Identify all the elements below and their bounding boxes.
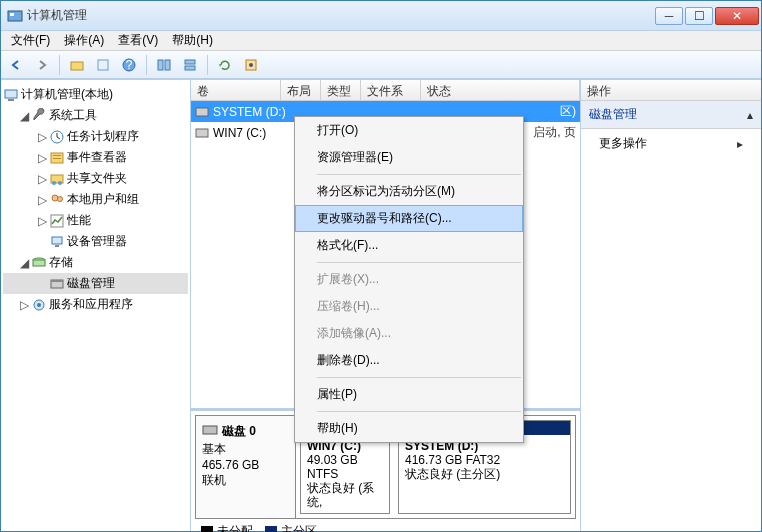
tree-item-scheduler[interactable]: ▷任务计划程序 [3,126,188,147]
tool-folder[interactable] [66,54,88,76]
partition-size: 49.03 GB NTFS [307,453,358,481]
legend: 未分配 主分区 [195,519,576,532]
tree-item-users[interactable]: ▷本地用户和组 [3,189,188,210]
col-volume[interactable]: 卷 [191,80,281,100]
legend-item: 未分配 [201,523,253,532]
chevron-right-icon: ▸ [737,137,743,151]
cm-explorer[interactable]: 资源管理器(E) [295,144,523,171]
tool-view2[interactable] [179,54,201,76]
collapse-icon[interactable]: ◢ [19,256,29,270]
svg-rect-9 [185,66,195,70]
partition-size: 416.73 GB FAT32 [405,453,500,467]
tool-view1[interactable] [153,54,175,76]
swatch-black [201,526,213,532]
tree-root[interactable]: 计算机管理(本地) [3,84,188,105]
titlebar-left: 计算机管理 [7,7,87,24]
legend-item: 主分区 [265,523,317,532]
cm-delete[interactable]: 删除卷(D)... [295,347,523,374]
expand-icon[interactable]: ▷ [37,151,47,165]
tree-item-diskmgmt[interactable]: ▷磁盘管理 [3,273,188,294]
tree-item-devicemgr[interactable]: ▷设备管理器 [3,231,188,252]
col-status[interactable]: 状态 [421,80,580,100]
titlebar[interactable]: 计算机管理 ─ ☐ ✕ [1,1,761,31]
col-type[interactable]: 类型 [321,80,361,100]
actions-more[interactable]: 更多操作 ▸ [581,129,761,158]
tool-properties[interactable] [92,54,114,76]
actions-header: 操作 [581,80,761,101]
disk-type: 基本 [202,441,289,458]
svg-rect-27 [33,260,45,266]
menubar: 文件(F) 操作(A) 查看(V) 帮助(H) [1,31,761,51]
tree-item-shared[interactable]: ▷共享文件夹 [3,168,188,189]
toolbar-separator [59,55,60,75]
disk-icon [49,276,65,292]
tree-node-services[interactable]: ▷ 服务和应用程序 [3,294,188,315]
svg-point-19 [52,181,56,185]
cm-properties[interactable]: 属性(P) [295,381,523,408]
tool-help[interactable]: ? [118,54,140,76]
partition-body: WIN7 (C:) 49.03 GB NTFS 状态良好 (系统, [301,435,389,513]
forward-button[interactable] [31,54,53,76]
volume-icon [195,105,209,119]
svg-rect-2 [71,62,83,70]
cm-separator [317,174,521,175]
cm-help[interactable]: 帮助(H) [295,415,523,442]
expand-icon[interactable]: ▷ [37,130,47,144]
svg-rect-1 [10,13,14,16]
svg-point-31 [37,303,41,307]
menu-action[interactable]: 操作(A) [58,30,110,51]
tree-panel: 计算机管理(本地) ◢ 系统工具 ▷任务计划程序 ▷事件查看器 ▷共享文件夹 ▷… [1,80,191,531]
swatch-blue [265,526,277,532]
cm-format[interactable]: 格式化(F)... [295,232,523,259]
menu-file[interactable]: 文件(F) [5,30,56,51]
computer-icon [3,87,19,103]
collapse-icon[interactable]: ◢ [19,109,29,123]
back-button[interactable] [5,54,27,76]
actions-section[interactable]: 磁盘管理 ▴ [581,101,761,129]
cm-open[interactable]: 打开(O) [295,117,523,144]
svg-point-21 [52,195,58,201]
expand-icon[interactable]: ▷ [19,298,29,312]
storage-icon [31,255,47,271]
actions-panel: 操作 磁盘管理 ▴ 更多操作 ▸ [581,80,761,531]
svg-rect-8 [185,60,195,64]
cm-mark-active[interactable]: 将分区标记为活动分区(M) [295,178,523,205]
tree-node-storage[interactable]: ◢ 存储 [3,252,188,273]
toolbar-separator [207,55,208,75]
col-layout[interactable]: 布局 [281,80,321,100]
cm-change-letter[interactable]: 更改驱动器号和路径(C)... [295,205,523,232]
partition-status: 状态良好 (系统, [307,481,374,509]
expand-icon[interactable]: ▷ [37,172,47,186]
tree-item-performance[interactable]: ▷性能 [3,210,188,231]
maximize-button[interactable]: ☐ [685,7,713,25]
tree-node-system-tools[interactable]: ◢ 系统工具 [3,105,188,126]
minimize-button[interactable]: ─ [655,7,683,25]
svg-rect-24 [52,237,62,244]
svg-rect-17 [53,158,61,159]
close-button[interactable]: ✕ [715,7,759,25]
volume-icon [195,126,209,140]
svg-point-22 [58,196,63,201]
chevron-up-icon: ▴ [747,108,753,122]
menu-view[interactable]: 查看(V) [112,30,164,51]
content-area: 计算机管理(本地) ◢ 系统工具 ▷任务计划程序 ▷事件查看器 ▷共享文件夹 ▷… [1,79,761,531]
cm-separator [317,262,521,263]
expand-icon[interactable]: ▷ [37,214,47,228]
tool-refresh[interactable] [214,54,236,76]
svg-rect-13 [8,99,14,101]
disk-status: 联机 [202,472,289,489]
svg-rect-34 [203,426,217,434]
toolbar-separator [146,55,147,75]
menu-help[interactable]: 帮助(H) [166,30,219,51]
services-icon [31,297,47,313]
tool-settings[interactable] [240,54,262,76]
wrench-icon [31,108,47,124]
app-icon [7,8,23,24]
window-controls: ─ ☐ ✕ [655,7,759,25]
volume-list: 卷 布局 类型 文件系统 状态 SYSTEM (D:) 区) WIN7 (C:) [191,80,580,411]
expand-icon[interactable]: ▷ [37,193,47,207]
svg-rect-33 [196,129,208,137]
col-fs[interactable]: 文件系统 [361,80,421,100]
tree-item-eventviewer[interactable]: ▷事件查看器 [3,147,188,168]
performance-icon [49,213,65,229]
